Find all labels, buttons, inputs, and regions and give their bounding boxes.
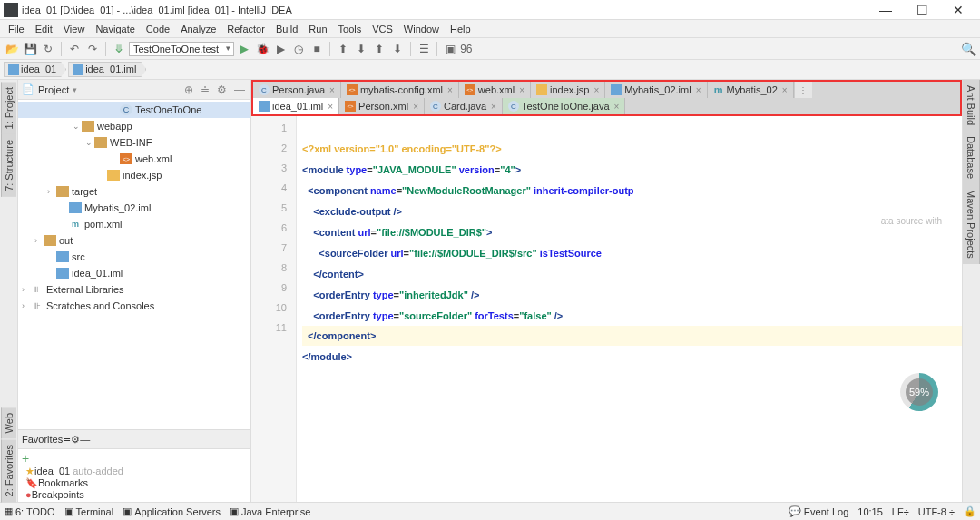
- close-tab-icon[interactable]: ×: [413, 102, 418, 112]
- tree-node[interactable]: index.jsp: [18, 167, 250, 183]
- tree-node[interactable]: ›⊪Scratches and Consoles: [18, 298, 250, 314]
- editor-tab[interactable]: mMybatis_02×: [708, 82, 794, 98]
- debug-icon[interactable]: 🐞: [254, 41, 270, 57]
- close-tab-icon[interactable]: ×: [614, 102, 620, 112]
- tree-node[interactable]: mpom.xml: [18, 216, 250, 232]
- close-tab-icon[interactable]: ×: [329, 85, 335, 95]
- hide-icon[interactable]: —: [232, 83, 247, 96]
- menu-view[interactable]: View: [59, 24, 90, 34]
- status-eventlog[interactable]: 💬Event Log: [789, 505, 849, 517]
- stop-icon[interactable]: ■: [309, 41, 325, 57]
- tab-overflow[interactable]: ⋮: [794, 82, 812, 98]
- project-tree[interactable]: CTestOneToOne⌄webapp⌄WEB-INFweb.xmlindex…: [18, 100, 250, 429]
- menu-build[interactable]: Build: [271, 24, 302, 34]
- tool7-label[interactable]: 96: [460, 41, 472, 57]
- editor-tab[interactable]: Mybatis_02.iml×: [605, 82, 707, 98]
- close-button[interactable]: ✕: [940, 3, 976, 17]
- close-tab-icon[interactable]: ×: [782, 85, 788, 95]
- tree-node[interactable]: idea_01.iml: [18, 265, 250, 281]
- editor-tab[interactable]: web.xml×: [459, 82, 531, 98]
- fav-item[interactable]: ★idea_01 auto-added: [18, 466, 250, 477]
- status-lineending[interactable]: LF÷: [892, 506, 909, 517]
- minimize-button[interactable]: —: [867, 3, 904, 17]
- save-icon[interactable]: 💾: [22, 41, 38, 57]
- code-area[interactable]: 1234567891011 <?xml version="1.0" encodi…: [251, 116, 962, 502]
- tree-node[interactable]: ⌄WEB-INF: [18, 134, 250, 151]
- editor-tab[interactable]: Person.xml×: [339, 98, 425, 114]
- close-tab-icon[interactable]: ×: [447, 85, 453, 95]
- redo-icon[interactable]: ↷: [84, 41, 101, 57]
- tool2-icon[interactable]: ⬇: [353, 41, 369, 57]
- profile-icon[interactable]: ◷: [290, 41, 307, 57]
- status-lock-icon[interactable]: 🔒: [964, 505, 976, 517]
- close-tab-icon[interactable]: ×: [519, 85, 524, 95]
- editor-tab[interactable]: idea_01.iml×: [253, 98, 339, 114]
- status-javae[interactable]: ▣Java Enterprise: [230, 505, 310, 517]
- tree-node[interactable]: Mybatis_02.iml: [18, 200, 250, 216]
- close-tab-icon[interactable]: ×: [593, 85, 599, 95]
- open-icon[interactable]: 📂: [4, 41, 20, 57]
- menu-tools[interactable]: Tools: [334, 24, 367, 34]
- search-icon[interactable]: 🔍: [960, 41, 976, 57]
- build-icon[interactable]: ⤋: [111, 41, 127, 57]
- tree-node[interactable]: ⌄webapp: [18, 118, 250, 134]
- left-tab-web[interactable]: Web: [1, 407, 16, 438]
- editor-tab[interactable]: mybatis-config.xml×: [341, 82, 459, 98]
- menu-edit[interactable]: Edit: [31, 24, 57, 34]
- fav-gear-icon[interactable]: ⚙: [71, 434, 80, 446]
- breadcrumb-1[interactable]: idea_01.iml: [68, 62, 146, 77]
- code-content[interactable]: <?xml version="1.0" encoding="UTF-8"?> <…: [297, 116, 962, 502]
- left-tab-favorites[interactable]: 2: Favorites: [1, 439, 16, 502]
- status-encoding[interactable]: UTF-8 ÷: [918, 506, 955, 517]
- editor-tab[interactable]: Card.java×: [425, 98, 503, 114]
- status-appservers[interactable]: ▣Application Servers: [122, 505, 220, 517]
- menu-help[interactable]: Help: [446, 24, 475, 34]
- editor-tab[interactable]: Person.java×: [253, 82, 341, 98]
- collapse-icon[interactable]: ≐: [199, 83, 211, 96]
- right-tab-ant[interactable]: Ant Build: [963, 80, 980, 131]
- left-tab-project[interactable]: 1: Project: [1, 82, 16, 134]
- menu-analyze[interactable]: Analyze: [176, 24, 220, 34]
- menu-navigate[interactable]: Navigate: [91, 24, 139, 34]
- tool5-icon[interactable]: ☰: [416, 41, 432, 57]
- tree-node[interactable]: ›⊪External Libraries: [18, 281, 250, 298]
- tree-node[interactable]: CTestOneToOne: [18, 102, 250, 118]
- fav-item[interactable]: ●Breakpoints: [18, 489, 250, 500]
- close-tab-icon[interactable]: ×: [696, 85, 701, 95]
- menu-run[interactable]: Run: [304, 24, 331, 34]
- dropdown-icon[interactable]: ▾: [73, 85, 77, 94]
- fav-tool1-icon[interactable]: ≐: [63, 434, 71, 446]
- menu-window[interactable]: Window: [399, 24, 444, 34]
- breadcrumb-0[interactable]: idea_01: [4, 62, 66, 77]
- tree-node[interactable]: src: [18, 249, 250, 265]
- status-terminal[interactable]: ▣Terminal: [64, 505, 114, 517]
- maximize-button[interactable]: ☐: [904, 3, 940, 17]
- fav-add[interactable]: +: [18, 451, 250, 466]
- fav-item[interactable]: 🔖Bookmarks: [18, 477, 250, 489]
- coverage-icon[interactable]: ▶: [272, 41, 289, 57]
- tool4-icon[interactable]: ⬇: [389, 41, 406, 57]
- left-tab-structure[interactable]: 7: Structure: [1, 134, 16, 197]
- right-tab-database[interactable]: Database: [963, 131, 980, 184]
- menu-refactor[interactable]: Refactor: [222, 24, 270, 34]
- undo-icon[interactable]: ↶: [66, 41, 83, 57]
- tree-node[interactable]: ›out: [18, 232, 250, 249]
- target-icon[interactable]: ⊕: [182, 83, 195, 96]
- editor-tab[interactable]: index.jsp×: [531, 82, 605, 98]
- menu-code[interactable]: Code: [142, 24, 174, 34]
- close-tab-icon[interactable]: ×: [328, 102, 333, 112]
- status-todo[interactable]: ▦6: TODO: [4, 505, 55, 517]
- right-tab-maven[interactable]: Maven Projects: [963, 184, 980, 264]
- tool1-icon[interactable]: ⬆: [335, 41, 351, 57]
- tool3-icon[interactable]: ⬆: [371, 41, 387, 57]
- close-tab-icon[interactable]: ×: [491, 102, 496, 112]
- gear-icon[interactable]: ⚙: [215, 83, 229, 96]
- tool6-icon[interactable]: ▣: [442, 41, 458, 57]
- refresh-icon[interactable]: ↻: [40, 41, 56, 57]
- editor-tab[interactable]: TestOneToOne.java×: [503, 98, 625, 114]
- run-icon[interactable]: ▶: [236, 41, 252, 57]
- run-config-combo[interactable]: TestOneToOne.test: [129, 42, 234, 56]
- fav-hide-icon[interactable]: —: [80, 434, 90, 445]
- menu-file[interactable]: File: [4, 24, 29, 34]
- tree-node[interactable]: ›target: [18, 183, 250, 200]
